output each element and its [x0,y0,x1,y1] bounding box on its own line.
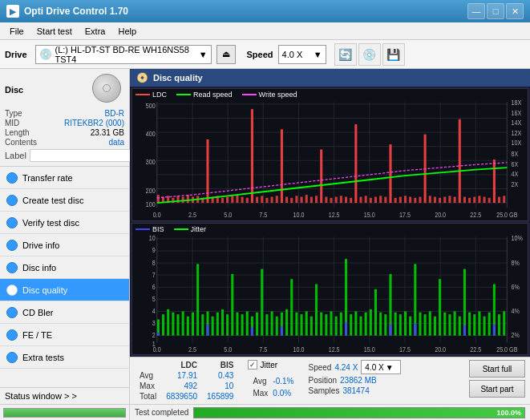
svg-rect-173 [271,311,273,335]
avg-jitter: -0.1% [273,376,293,386]
svg-text:9: 9 [152,246,156,254]
jitter-checkbox[interactable] [248,360,257,370]
maximize-button[interactable]: □ [487,3,504,19]
svg-rect-91 [443,197,446,204]
svg-text:10.0: 10.0 [293,345,304,353]
speed-selector[interactable]: 4.0 X ▼ [278,45,326,64]
svg-rect-50 [241,197,244,204]
mid-label: MID [5,119,19,127]
nav-label-disc-quality: Disc quality [22,285,67,295]
nav-dot-verify-test-disc [6,217,18,228]
sidebar-item-verify-test-disc[interactable]: Verify test disc [0,212,129,234]
svg-text:5.0: 5.0 [224,211,232,219]
svg-rect-207 [439,279,441,335]
svg-rect-96 [468,198,471,203]
nav-label-cd-bler: CD Bler [22,308,54,317]
svg-rect-78 [379,196,382,203]
svg-rect-156 [187,316,189,335]
svg-rect-73 [354,124,357,203]
total-bis: 165899 [202,391,238,402]
drive-bar: Drive 💿 (L:) HL-DT-ST BD-RE WH16NS58 TST… [0,40,530,69]
svg-text:6: 6 [152,283,156,291]
menu-help[interactable]: Help [111,25,143,38]
svg-rect-179 [301,314,303,335]
svg-rect-228 [463,325,466,336]
save-icon[interactable]: 💾 [382,43,405,66]
svg-rect-222 [206,324,208,335]
svg-rect-163 [221,309,224,335]
disc-icon[interactable]: 💿 [358,43,381,66]
sidebar-item-transfer-rate[interactable]: Transfer rate [0,167,129,189]
svg-rect-103 [503,196,505,203]
svg-text:7: 7 [152,270,156,278]
svg-rect-210 [454,311,456,335]
minimize-button[interactable]: — [467,3,485,19]
svg-rect-227 [414,323,416,335]
svg-rect-189 [350,314,352,335]
svg-text:4: 4 [152,307,156,315]
sidebar-item-drive-info[interactable]: Drive info [0,234,129,256]
svg-rect-94 [459,119,461,203]
svg-rect-184 [325,314,327,335]
drive-selector[interactable]: 💿 (L:) HL-DT-ST BD-RE WH16NS58 TST4 ▼ [35,45,212,64]
speed-stat-label: Speed [308,363,331,372]
sidebar-item-disc-info[interactable]: Disc info [0,256,129,279]
svg-rect-49 [236,195,238,203]
svg-text:17.5: 17.5 [399,345,411,353]
svg-rect-90 [439,198,441,203]
nav-label-disc-info: Disc info [22,263,56,273]
svg-text:18X: 18X [511,99,521,107]
nav-dot-transfer-rate [6,172,18,184]
sidebar-item-create-test-disc[interactable]: Create test disc [0,189,129,212]
refresh-icon[interactable]: 🔄 [334,43,357,66]
svg-rect-61 [295,196,297,203]
svg-rect-60 [290,198,293,203]
legend-jitter: Jitter [174,225,207,233]
close-button[interactable]: ✕ [506,3,524,19]
bottom-status-bar: Test completed 100.0% [130,404,530,420]
svg-text:300: 300 [146,159,156,167]
svg-text:22.5: 22.5 [470,211,481,219]
svg-rect-168 [246,311,249,335]
svg-rect-75 [365,196,367,203]
menu-file[interactable]: File [3,25,30,38]
avg-ldc: 17.91 [161,370,202,381]
sidebar-item-cd-bler[interactable]: CD Bler [0,301,129,324]
svg-rect-55 [265,198,268,203]
eject-button[interactable]: ⏏ [216,45,236,64]
svg-rect-66 [320,149,322,203]
svg-text:7.5: 7.5 [259,345,267,353]
start-full-button[interactable]: Start full [469,360,525,378]
sidebar-item-extra-tests[interactable]: Extra tests [0,346,129,369]
content-area: 📀 Disc quality LDC Read speed [130,69,530,420]
svg-rect-180 [305,311,308,335]
svg-rect-79 [384,197,386,204]
svg-rect-54 [261,196,263,203]
svg-rect-71 [345,197,347,204]
svg-rect-46 [221,198,224,203]
sidebar-item-disc-quality[interactable]: Disc quality [0,279,129,301]
status-window-button[interactable]: Status window > > [0,387,129,404]
speed-select-box[interactable]: 4.0 X ▼ [361,360,401,374]
svg-rect-224 [281,326,283,335]
start-part-button[interactable]: Start part [469,380,525,398]
sidebar-item-fe-te[interactable]: FE / TE [0,324,129,346]
menu-extra[interactable]: Extra [79,25,112,38]
speed-dropdown-icon: ▼ [314,50,322,59]
svg-rect-172 [265,314,268,335]
svg-text:2.5: 2.5 [188,211,196,219]
svg-rect-76 [370,198,372,203]
svg-text:15.0: 15.0 [364,211,375,219]
svg-rect-99 [483,197,486,204]
svg-rect-81 [394,198,397,203]
label-input[interactable] [30,149,136,162]
svg-rect-166 [236,312,238,335]
svg-rect-209 [448,314,451,335]
menu-start-test[interactable]: Start test [30,25,79,38]
svg-rect-86 [419,197,421,204]
svg-rect-152 [167,309,169,335]
svg-rect-102 [498,197,500,204]
svg-rect-39 [187,195,189,203]
svg-rect-100 [488,198,491,203]
sidebar: Disc Type BD-R MID RITEKBR2 (000) Length… [0,69,130,420]
